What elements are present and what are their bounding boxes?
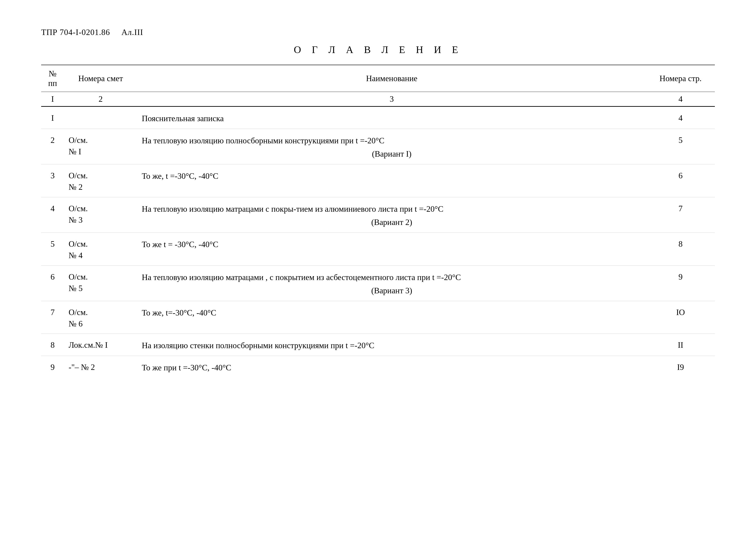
subheader-col4: 4 bbox=[646, 92, 715, 106]
cell-num: 8 bbox=[41, 334, 64, 356]
cell-name: Пояснительная записка bbox=[137, 106, 646, 129]
table-body: IПояснительная записка42О/см. № IНа тепл… bbox=[41, 106, 715, 378]
subheader-col3: 3 bbox=[137, 92, 646, 106]
cell-page: I9 bbox=[646, 356, 715, 378]
cell-page: 4 bbox=[646, 106, 715, 129]
col-header-smeta: Номера смет bbox=[64, 65, 137, 92]
doc-id: ТПР 704-I-0201.86 Ал.III bbox=[41, 28, 143, 37]
cell-smeta: О/см. № 3 bbox=[64, 197, 137, 232]
cell-page: 8 bbox=[646, 232, 715, 265]
subheader-col2: 2 bbox=[64, 92, 137, 106]
cell-num: 2 bbox=[41, 129, 64, 164]
col-header-num: №пп bbox=[41, 65, 64, 92]
table-row: 5О/см. № 4То же t = -30°С, -40°С8 bbox=[41, 232, 715, 265]
cell-smeta: Лок.см.№ I bbox=[64, 334, 137, 356]
table-header-row: №пп Номера смет Наименование Номера стр. bbox=[41, 65, 715, 92]
table-row: 2О/см. № IНа тепловую изоляцию полносбор… bbox=[41, 129, 715, 164]
table-row: 6О/см. № 5На тепловую изоляцию матрацами… bbox=[41, 265, 715, 301]
cell-page: IO bbox=[646, 301, 715, 334]
subheader-col1: I bbox=[41, 92, 64, 106]
cell-name: То же t = -30°С, -40°С bbox=[137, 232, 646, 265]
cell-num: 4 bbox=[41, 197, 64, 232]
cell-name: На изоляцию стенки полносборными констру… bbox=[137, 334, 646, 356]
col-header-page: Номера стр. bbox=[646, 65, 715, 92]
doc-sheet: Ал.III bbox=[121, 28, 143, 37]
table-row: 3О/см. № 2То же, t =-30°С, -40°С6 bbox=[41, 164, 715, 197]
table-row: IПояснительная записка4 bbox=[41, 106, 715, 129]
cell-page: 6 bbox=[646, 164, 715, 197]
cell-num: I bbox=[41, 106, 64, 129]
cell-smeta: О/см. № 5 bbox=[64, 265, 137, 301]
cell-name: На тепловую изоляцию матрацами с покры-т… bbox=[137, 197, 646, 232]
cell-name: То же при t =-30°С, -40°С bbox=[137, 356, 646, 378]
cell-num: 3 bbox=[41, 164, 64, 197]
cell-num: 6 bbox=[41, 265, 64, 301]
table-row: 7О/см. № 6То же, t=-30°С, -40°СIO bbox=[41, 301, 715, 334]
cell-num: 9 bbox=[41, 356, 64, 378]
table-row: 8Лок.см.№ IНа изоляцию стенки полносборн… bbox=[41, 334, 715, 356]
cell-smeta: О/см. № 2 bbox=[64, 164, 137, 197]
cell-smeta bbox=[64, 106, 137, 129]
doc-id-text: ТПР 704-I-0201.86 bbox=[41, 28, 110, 37]
cell-smeta: О/см. № 4 bbox=[64, 232, 137, 265]
cell-page: 9 bbox=[646, 265, 715, 301]
cell-num: 5 bbox=[41, 232, 64, 265]
cell-name: На тепловую изоляцию полносборными конст… bbox=[137, 129, 646, 164]
page-title: О Г Л А В Л Е Н И Е bbox=[294, 44, 462, 55]
col-header-name: Наименование bbox=[137, 65, 646, 92]
table-subheader-row: I 2 3 4 bbox=[41, 92, 715, 106]
table-row: 9-"– № 2То же при t =-30°С, -40°СI9 bbox=[41, 356, 715, 378]
cell-smeta: О/см. № I bbox=[64, 129, 137, 164]
main-table: №пп Номера смет Наименование Номера стр.… bbox=[41, 65, 715, 378]
cell-name: То же, t =-30°С, -40°С bbox=[137, 164, 646, 197]
table-row: 4О/см. № 3На тепловую изоляцию матрацами… bbox=[41, 197, 715, 232]
page-header: ТПР 704-I-0201.86 Ал.III bbox=[41, 28, 715, 37]
cell-page: 7 bbox=[646, 197, 715, 232]
cell-name: На тепловую изоляцию матрацами , с покры… bbox=[137, 265, 646, 301]
cell-smeta: О/см. № 6 bbox=[64, 301, 137, 334]
cell-page: II bbox=[646, 334, 715, 356]
cell-name: То же, t=-30°С, -40°С bbox=[137, 301, 646, 334]
cell-num: 7 bbox=[41, 301, 64, 334]
cell-smeta: -"– № 2 bbox=[64, 356, 137, 378]
table-container: №пп Номера смет Наименование Номера стр.… bbox=[41, 65, 715, 378]
cell-page: 5 bbox=[646, 129, 715, 164]
